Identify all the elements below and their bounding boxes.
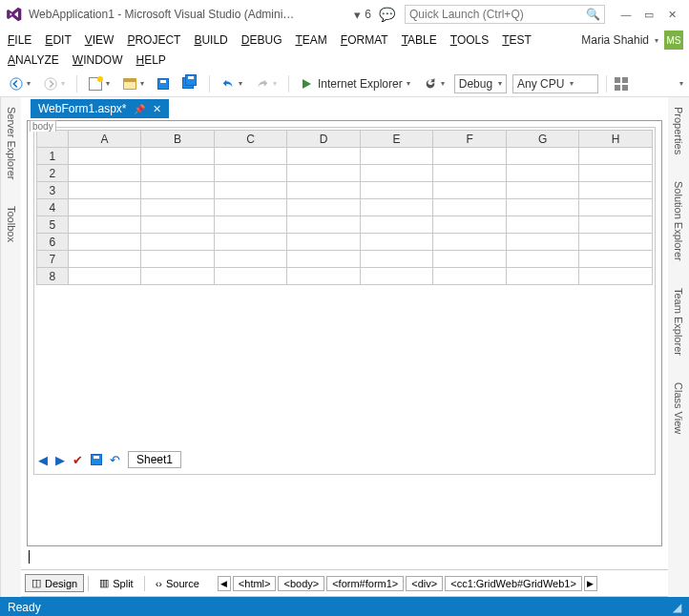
crumb-form[interactable]: <form#form1> [326, 576, 404, 591]
crumb-html[interactable]: <html> [233, 576, 277, 591]
cell[interactable] [506, 182, 579, 199]
spreadsheet-grid[interactable]: A B C D E F G H 1 2 3 4 5 6 7 [36, 130, 653, 285]
user-name[interactable]: Maria Shahid [581, 33, 649, 47]
cell[interactable] [68, 165, 141, 182]
commit-icon[interactable]: ✔ [73, 453, 83, 467]
cell[interactable] [214, 216, 287, 234]
cell[interactable] [214, 234, 287, 251]
crumb-prev-button[interactable]: ◀ [218, 576, 231, 591]
notification-flag-icon[interactable]: ▾ [354, 8, 361, 22]
cell[interactable] [506, 216, 579, 234]
editor-caret-area[interactable] [21, 546, 668, 569]
redo-button[interactable]: ▾ [252, 75, 281, 92]
user-menu-arrow-icon[interactable]: ▾ [655, 36, 658, 45]
layout-icon[interactable] [615, 77, 628, 91]
feedback-icon[interactable]: 💬 [379, 7, 395, 22]
menu-view[interactable]: VIEW [85, 33, 115, 47]
cell[interactable] [360, 148, 433, 165]
close-button[interactable]: ✕ [660, 4, 683, 25]
cell[interactable] [214, 268, 287, 285]
solution-explorer-tab[interactable]: Solution Explorer [673, 177, 684, 265]
class-view-tab[interactable]: Class View [673, 379, 684, 438]
col-header[interactable]: F [433, 131, 507, 148]
cell[interactable] [360, 234, 433, 251]
team-explorer-tab[interactable]: Team Explorer [673, 284, 684, 359]
menu-build[interactable]: BUILD [194, 33, 227, 47]
row-header[interactable]: 3 [37, 182, 69, 199]
cell[interactable] [360, 199, 433, 216]
crumb-body[interactable]: <body> [278, 576, 324, 591]
cell[interactable] [506, 165, 579, 182]
design-view-button[interactable]: ◫Design [25, 574, 84, 592]
crumb-gridweb[interactable]: <cc1:GridWeb#GridWeb1> [445, 576, 582, 591]
menu-file[interactable]: FILE [8, 33, 31, 47]
save-button[interactable] [154, 76, 173, 92]
row-header[interactable]: 4 [37, 199, 69, 216]
cell[interactable] [506, 148, 579, 165]
cell[interactable] [433, 216, 507, 234]
cell[interactable] [141, 148, 215, 165]
col-header[interactable]: A [68, 131, 141, 148]
selection-tag[interactable]: body [30, 120, 56, 132]
cell[interactable] [214, 148, 287, 165]
cell[interactable] [579, 165, 653, 182]
cell[interactable] [68, 251, 141, 268]
cell[interactable] [433, 234, 507, 251]
menu-window[interactable]: WINDOW [73, 53, 123, 67]
cell[interactable] [141, 199, 215, 216]
menu-test[interactable]: TEST [502, 33, 532, 47]
row-header[interactable]: 8 [37, 268, 69, 285]
cell[interactable] [579, 268, 653, 285]
cell[interactable] [433, 182, 507, 199]
menu-analyze[interactable]: ANALYZE [8, 53, 59, 67]
cell[interactable] [433, 251, 507, 268]
split-view-button[interactable]: ▥Split [93, 574, 139, 592]
cell[interactable] [68, 148, 141, 165]
quick-launch-input[interactable] [409, 8, 586, 21]
cell[interactable] [433, 148, 507, 165]
cell[interactable] [360, 268, 433, 285]
cell[interactable] [433, 199, 507, 216]
sheet-next-icon[interactable]: ▶ [55, 453, 65, 467]
menu-debug[interactable]: DEBUG [241, 33, 282, 47]
cell[interactable] [579, 251, 653, 268]
cell[interactable] [287, 268, 361, 285]
source-view-button[interactable]: ‹›Source [149, 575, 206, 592]
cell[interactable] [360, 251, 433, 268]
col-header[interactable]: G [506, 131, 579, 148]
row-header[interactable]: 7 [37, 251, 69, 268]
cell[interactable] [68, 216, 141, 234]
cell[interactable] [68, 234, 141, 251]
cell[interactable] [360, 216, 433, 234]
menu-table[interactable]: TABLE [402, 33, 437, 47]
col-header[interactable]: E [360, 131, 433, 148]
menu-project[interactable]: PROJECT [127, 33, 180, 47]
menu-tools[interactable]: TOOLS [450, 33, 489, 47]
tab-close-icon[interactable]: ✕ [153, 103, 161, 115]
cell[interactable] [579, 234, 653, 251]
cell[interactable] [433, 165, 507, 182]
toolbar-overflow-icon[interactable]: ▾ [679, 79, 683, 88]
minimize-button[interactable]: — [615, 4, 637, 25]
menu-edit[interactable]: EDIT [45, 33, 71, 47]
cell[interactable] [141, 268, 215, 285]
search-icon[interactable]: 🔍 [586, 8, 600, 21]
active-document-tab[interactable]: WebForm1.aspx* 📌 ✕ [31, 99, 169, 118]
grid-undo-icon[interactable]: ↶ [110, 453, 120, 467]
cell[interactable] [141, 216, 215, 234]
properties-tab[interactable]: Properties [673, 103, 684, 158]
start-debug-button[interactable]: Internet Explorer ▾ [297, 75, 414, 92]
solution-config-combo[interactable]: Debug▾ [454, 74, 507, 93]
cell[interactable] [141, 182, 215, 199]
row-header[interactable]: 6 [37, 234, 69, 251]
crumb-next-button[interactable]: ▶ [584, 576, 597, 591]
nav-forward-button[interactable]: ▾ [40, 75, 69, 92]
menu-help[interactable]: HELP [136, 53, 165, 67]
cell[interactable] [579, 199, 653, 216]
menu-format[interactable]: FORMAT [341, 33, 388, 47]
cell[interactable] [506, 268, 579, 285]
cell[interactable] [506, 234, 579, 251]
resize-grip-icon[interactable]: ◢ [673, 601, 681, 614]
open-button[interactable]: ▾ [119, 76, 148, 92]
col-header[interactable]: H [579, 131, 653, 148]
